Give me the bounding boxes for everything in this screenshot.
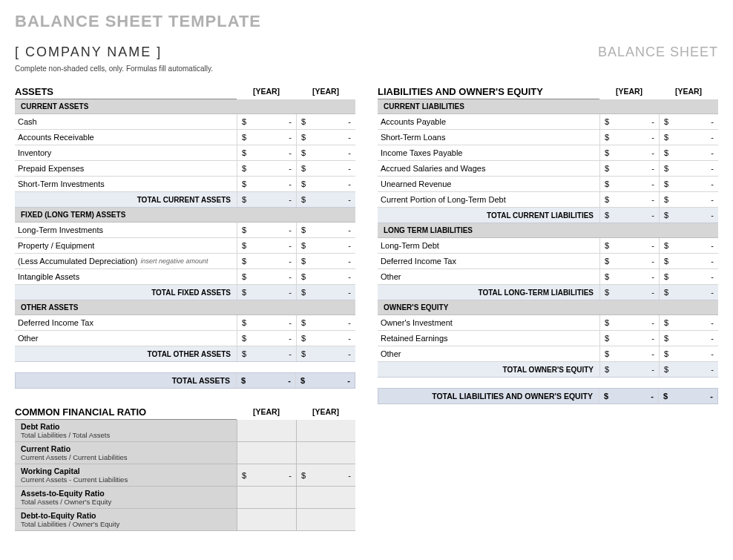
value-cell-fixed-assets-y2-2[interactable]: $- xyxy=(296,254,355,269)
value-cell-current-assets-y2-4[interactable]: $- xyxy=(296,177,355,191)
value-cell-current-liab-y2-2[interactable]: $- xyxy=(659,145,718,160)
value-cell-longterm-liab-y2-1[interactable]: $- xyxy=(659,254,718,269)
value-cell-owners-equity-y1-1[interactable]: $- xyxy=(599,331,659,346)
current-assets-label-1: Accounts Receivable xyxy=(15,130,237,145)
value-cell-other-assets-y2-1[interactable]: $- xyxy=(296,331,355,346)
owners-equity-subtotal-label: TOTAL OWNER'S EQUITY xyxy=(378,362,599,377)
current-liab-row-3: Accrued Salaries and Wages $-$- xyxy=(378,161,718,177)
longterm-liab-header: LONG TERM LIABILITIES xyxy=(378,223,718,238)
current-liab-header: CURRENT LIABILITIES xyxy=(378,99,718,114)
value-cell-longterm-liab-y1-0[interactable]: $- xyxy=(599,238,659,253)
value-cell-fixed-assets-y1-1[interactable]: $- xyxy=(237,238,296,253)
owners-equity-row-2: Other $-$- xyxy=(378,346,718,362)
value-cell-current-liab-y1-1[interactable]: $- xyxy=(599,130,659,145)
value-cell-owners-equity-y2-1[interactable]: $- xyxy=(659,331,718,346)
value-cell-fixed-assets-y1-2[interactable]: $- xyxy=(237,254,296,269)
value-cell-owners-equity-y2-2[interactable]: $- xyxy=(659,346,718,361)
fixed-assets-header: FIXED (LONG TERM) ASSETS xyxy=(15,208,355,223)
total-le-y1: $- xyxy=(599,389,658,403)
value-cell-owners-equity-y1-2[interactable]: $- xyxy=(599,346,659,361)
ratio-label-0: Debt Ratio Total Liabilities / Total Ass… xyxy=(15,420,237,441)
value-cell-current-assets-y2-2[interactable]: $- xyxy=(296,145,355,160)
current-liab-label-1: Short-Term Loans xyxy=(378,130,599,145)
ratio-label-4: Debt-to-Equity Ratio Total Liabilities /… xyxy=(15,509,237,530)
value-cell-longterm-liab-y1-2[interactable]: $- xyxy=(599,269,659,284)
year1-header[interactable]: [YEAR] xyxy=(237,83,296,99)
value-cell-current-liab-y2-4[interactable]: $- xyxy=(659,177,718,191)
value-cell-fixed-assets-y2-1[interactable]: $- xyxy=(296,238,355,253)
value-cell-owners-equity-y1-0[interactable]: $- xyxy=(599,315,659,330)
value-cell-longterm-liab-y1-1[interactable]: $- xyxy=(599,254,659,269)
current-liab-row-1: Short-Term Loans $-$- xyxy=(378,130,718,145)
value-cell-current-liab-y2-3[interactable]: $- xyxy=(659,161,718,176)
value-cell-current-assets-y1-1[interactable]: $- xyxy=(237,130,296,145)
value-cell-current-assets-y2-1[interactable]: $- xyxy=(296,130,355,145)
owners-equity-row-1: Retained Earnings $-$- xyxy=(378,331,718,346)
value-cell-current-liab-y1-2[interactable]: $- xyxy=(599,145,659,160)
fixed-assets-label-3: Intangible Assets xyxy=(15,269,237,284)
value-cell-other-assets-y1-0[interactable]: $- xyxy=(237,315,296,330)
owners-equity-label-2: Other xyxy=(378,346,599,361)
value-cell-current-liab-y1-0[interactable]: $- xyxy=(599,114,659,129)
subtotal-cell-current-liab-y1: $- xyxy=(599,208,659,223)
ratio-label-2: Working Capital Current Assets - Current… xyxy=(15,464,237,486)
longterm-liab-label-0: Long-Term Debt xyxy=(378,238,599,253)
value-cell-current-assets-y1-0[interactable]: $- xyxy=(237,114,296,129)
value-cell-fixed-assets-y1-3[interactable]: $- xyxy=(237,269,296,284)
current-liab-subtotal: TOTAL CURRENT LIABILITIES $-$- xyxy=(378,208,718,223)
value-cell-current-assets-y2-3[interactable]: $- xyxy=(296,161,355,176)
value-cell-fixed-assets-y2-3[interactable]: $- xyxy=(296,269,355,284)
subtotal-cell-other-assets-y2: $- xyxy=(296,346,355,361)
value-cell-current-liab-y1-5[interactable]: $- xyxy=(599,192,659,207)
current-liab-label-4: Unearned Revenue xyxy=(378,177,599,191)
value-cell-fixed-assets-y2-0[interactable]: $- xyxy=(296,223,355,237)
ratio-y2-1 xyxy=(296,442,355,464)
fixed-assets-row-1: Property / Equipment $-$- xyxy=(15,238,355,254)
ratio-year2-header[interactable]: [YEAR] xyxy=(296,403,355,420)
value-cell-longterm-liab-y2-0[interactable]: $- xyxy=(659,238,718,253)
value-cell-fixed-assets-y1-0[interactable]: $- xyxy=(237,223,296,237)
total-assets-label: TOTAL ASSETS xyxy=(16,373,236,388)
le-year2-header[interactable]: [YEAR] xyxy=(659,83,718,99)
value-cell-current-assets-y1-4[interactable]: $- xyxy=(237,177,296,191)
company-name[interactable]: [ COMPANY NAME ] xyxy=(15,45,162,60)
value-cell-current-assets-y1-2[interactable]: $- xyxy=(237,145,296,160)
subtotal-cell-fixed-assets-y1: $- xyxy=(237,285,296,300)
current-assets-row-1: Accounts Receivable $-$- xyxy=(15,130,355,145)
ratios-section-title: COMMON FINANCIAL RATIO xyxy=(15,403,237,420)
current-assets-header: CURRENT ASSETS xyxy=(15,99,355,114)
subtotal-cell-current-assets-y1: $- xyxy=(237,192,296,207)
current-assets-row-2: Inventory $-$- xyxy=(15,145,355,161)
value-cell-current-liab-y2-1[interactable]: $- xyxy=(659,130,718,145)
value-cell-owners-equity-y2-0[interactable]: $- xyxy=(659,315,718,330)
value-cell-current-assets-y1-3[interactable]: $- xyxy=(237,161,296,176)
ratio-year1-header[interactable]: [YEAR] xyxy=(237,403,296,420)
owners-equity-subtotal: TOTAL OWNER'S EQUITY $-$- xyxy=(378,362,718,378)
subtotal-cell-other-assets-y1: $- xyxy=(237,346,296,361)
value-cell-current-liab-y1-3[interactable]: $- xyxy=(599,161,659,176)
other-assets-header: OTHER ASSETS xyxy=(15,300,355,315)
longterm-liab-subtotal: TOTAL LONG-TERM LIABILITIES $-$- xyxy=(378,285,718,300)
current-liab-row-5: Current Portion of Long-Term Debt $-$- xyxy=(378,192,718,208)
year2-header[interactable]: [YEAR] xyxy=(296,83,355,99)
value-cell-longterm-liab-y2-2[interactable]: $- xyxy=(659,269,718,284)
longterm-liab-label-2: Other xyxy=(378,269,599,284)
fixed-assets-row-2: (Less Accumulated Depreciation)insert ne… xyxy=(15,254,355,269)
le-year1-header[interactable]: [YEAR] xyxy=(599,83,659,99)
longterm-liab-row-2: Other $-$- xyxy=(378,269,718,285)
total-assets-y2: $- xyxy=(295,373,355,388)
value-cell-current-liab-y2-0[interactable]: $- xyxy=(659,114,718,129)
subtotal-cell-owners-equity-y1: $- xyxy=(599,362,659,377)
value-cell-other-assets-y2-0[interactable]: $- xyxy=(296,315,355,330)
value-cell-current-liab-y2-5[interactable]: $- xyxy=(659,192,718,207)
ratio-row-2: Working Capital Current Assets - Current… xyxy=(15,464,355,487)
ratio-row-0: Debt Ratio Total Liabilities / Total Ass… xyxy=(15,420,355,442)
fixed-assets-label-1: Property / Equipment xyxy=(15,238,237,253)
current-assets-label-4: Short-Term Investments xyxy=(15,177,237,191)
value-cell-other-assets-y1-1[interactable]: $- xyxy=(237,331,296,346)
current-liab-label-0: Accounts Payable xyxy=(378,114,599,129)
assets-section-title: ASSETS xyxy=(15,83,237,99)
fixed-assets-subtotal-label: TOTAL FIXED ASSETS xyxy=(15,285,237,300)
value-cell-current-assets-y2-0[interactable]: $- xyxy=(296,114,355,129)
value-cell-current-liab-y1-4[interactable]: $- xyxy=(599,177,659,191)
